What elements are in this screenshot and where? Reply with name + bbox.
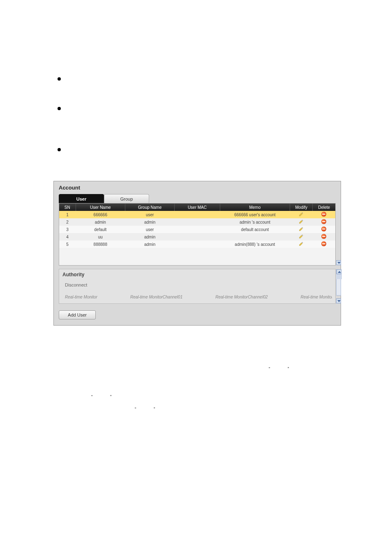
cell-sn: 3 (59, 226, 76, 233)
quote-close: ” (154, 407, 155, 412)
tab-user[interactable]: User (59, 194, 104, 203)
cell-groupname: user (125, 211, 174, 218)
cell-groupname: admin (125, 218, 174, 226)
panel-title: Account (54, 181, 341, 193)
col-header-delete[interactable]: Delete (313, 204, 335, 211)
pencil-icon[interactable] (299, 234, 304, 239)
col-header-memo[interactable]: Memo (220, 204, 290, 211)
quote-open: “ (269, 367, 270, 371)
table-row[interactable]: 1666666user666666 user's account (59, 211, 335, 218)
bullet-item (58, 77, 67, 81)
table-row[interactable]: 5888888adminadmin(888) 's account (59, 240, 335, 248)
cell-usermac (175, 226, 220, 233)
col-header-modify[interactable]: Modify (290, 204, 313, 211)
cell-delete (313, 233, 335, 240)
cell-modify (290, 226, 313, 233)
bullet-item (58, 148, 67, 151)
cell-modify (290, 218, 313, 226)
delete-icon[interactable] (321, 234, 326, 239)
pencil-icon[interactable] (299, 227, 304, 231)
cell-usermac (175, 218, 220, 226)
table-row[interactable]: 3defaultuserdefault account (59, 226, 335, 233)
account-panel: Account User Group SN User Name Group Na… (53, 181, 341, 326)
scroll-down-icon[interactable] (336, 298, 341, 303)
quote-close: ” (288, 367, 289, 371)
cell-memo (220, 233, 290, 240)
cell-sn: 1 (59, 211, 76, 218)
cell-sn: 4 (59, 233, 76, 240)
add-user-button[interactable]: Add User (59, 310, 96, 319)
col-header-groupname[interactable]: Group Name (125, 204, 174, 211)
cell-modify (290, 233, 313, 240)
bullet-dot-icon (58, 148, 61, 151)
tab-group[interactable]: Group (104, 194, 149, 203)
pencil-icon[interactable] (299, 241, 304, 246)
delete-icon[interactable] (321, 219, 326, 224)
scroll-down-icon[interactable] (336, 260, 341, 265)
authority-row: Real-time Monitor Real-time MonitorChann… (65, 295, 332, 299)
authority-perm: Real-time MonitorChannel03 (301, 295, 332, 299)
quote-open: “ (91, 395, 92, 399)
cell-usermac (175, 240, 220, 248)
bullet-item (58, 107, 67, 110)
delete-icon[interactable] (321, 241, 326, 246)
quote-close: ” (110, 395, 111, 399)
col-header-sn[interactable]: SN (59, 204, 76, 211)
user-table-container: SN User Name Group Name User MAC Memo Mo… (59, 203, 336, 266)
cell-delete (313, 218, 335, 226)
cell-sn: 5 (59, 240, 76, 248)
cell-groupname: admin (125, 240, 174, 248)
cell-memo: admin 's account (220, 218, 290, 226)
table-empty-area (59, 248, 335, 265)
cell-groupname: user (125, 226, 174, 233)
cell-username: admin (76, 218, 125, 226)
authority-perm: Real-time MonitorChannel02 (215, 295, 267, 299)
authority-perm: Real-time Monitor (65, 295, 97, 299)
cell-usermac (175, 211, 220, 218)
cell-memo: default account (220, 226, 290, 233)
cell-delete (313, 226, 335, 233)
cell-delete (313, 240, 335, 248)
scroll-thumb[interactable] (336, 274, 342, 279)
cell-username: uu (76, 233, 125, 240)
cell-delete (313, 211, 335, 218)
cell-sn: 2 (59, 218, 76, 226)
cell-username: 666666 (76, 211, 125, 218)
pencil-icon[interactable] (299, 219, 304, 224)
delete-icon[interactable] (321, 212, 326, 217)
table-row[interactable]: 4uuadmin (59, 233, 335, 240)
cell-username: default (76, 226, 125, 233)
authority-scrollbar[interactable] (336, 269, 341, 296)
cell-memo: admin(888) 's account (220, 240, 290, 248)
delete-icon[interactable] (321, 227, 326, 231)
authority-perm: Real-time MonitorChannel01 (130, 295, 182, 299)
authority-title: Authority (62, 272, 332, 278)
bullet-dot-icon (58, 107, 61, 110)
tab-bar: User Group (54, 193, 341, 203)
cell-modify (290, 240, 313, 248)
cell-usermac (175, 233, 220, 240)
cell-memo: 666666 user's account (220, 211, 290, 218)
table-row[interactable]: 2adminadminadmin 's account (59, 218, 335, 226)
scroll-up-icon[interactable] (337, 269, 341, 274)
pencil-icon[interactable] (299, 212, 304, 217)
user-table: SN User Name Group Name User MAC Memo Mo… (59, 204, 335, 248)
col-header-usermac[interactable]: User MAC (175, 204, 220, 211)
authority-item-disconnect: Disconnect (65, 282, 332, 287)
bullet-dot-icon (58, 77, 61, 81)
cell-modify (290, 211, 313, 218)
col-header-username[interactable]: User Name (76, 204, 125, 211)
table-header-row: SN User Name Group Name User MAC Memo Mo… (59, 204, 335, 211)
cell-username: 888888 (76, 240, 125, 248)
cell-groupname: admin (125, 233, 174, 240)
quote-open: “ (135, 407, 136, 412)
authority-panel: Authority Disconnect Real-time Monitor R… (59, 269, 336, 304)
